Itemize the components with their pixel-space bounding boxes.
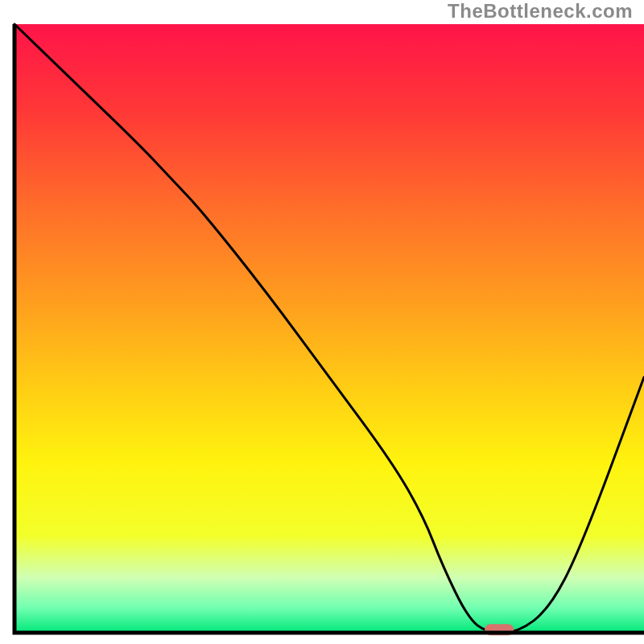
chart-container: TheBottleneck.com	[0, 0, 644, 644]
attribution-text: TheBottleneck.com	[448, 0, 633, 23]
bottleneck-curve-chart	[0, 0, 644, 644]
plot-area	[14, 24, 644, 635]
